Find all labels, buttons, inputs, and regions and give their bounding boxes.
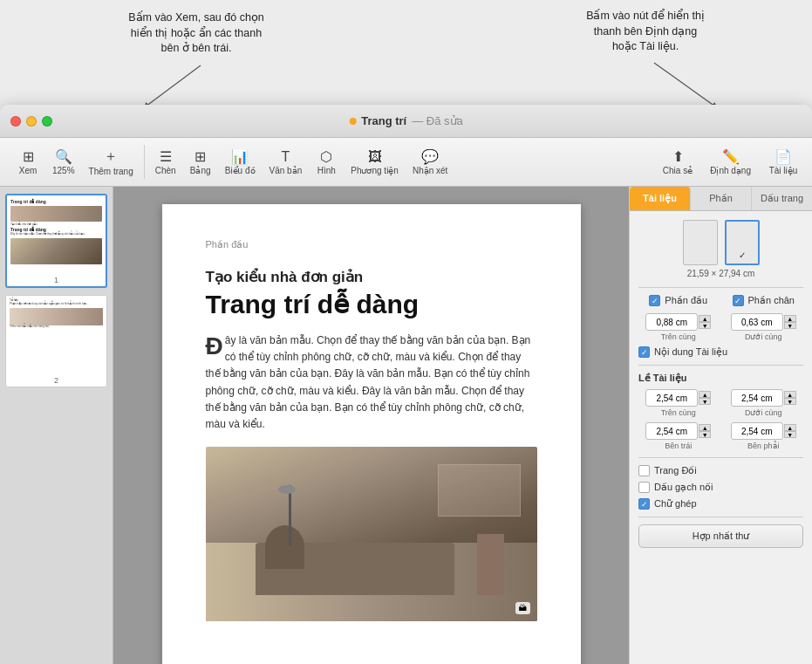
tab-phan[interactable]: Phần [691, 187, 752, 210]
chia-se-button[interactable]: ⬆ Chia sẻ [656, 145, 699, 179]
noi-dung-checkbox[interactable]: ✓ [638, 346, 650, 358]
tren-cung-down[interactable]: ▼ [699, 398, 711, 405]
tren-cung-stepper: ▲ ▼ [699, 391, 711, 405]
phan-dau-up[interactable]: ▲ [699, 315, 711, 322]
thumb-body-2: Phần mẫu với nội dung văn bản ngắn gọn v… [10, 303, 103, 306]
chen-icon: ☰ [160, 148, 172, 165]
close-button[interactable] [10, 116, 21, 127]
phan-dau-input-group: ▲ ▼ [645, 313, 711, 331]
ben-phai-input[interactable] [731, 422, 783, 440]
thumb-inner-1: Trang trí dễ dàng Tạo kiểu nhà đơn giản … [7, 195, 106, 274]
hop-nhat-thu-button[interactable]: Hợp nhất thư [638, 524, 803, 548]
image-overlay: 🏔 [515, 602, 530, 614]
ben-phai-down[interactable]: ▼ [784, 431, 796, 438]
phan-chan-checkbox[interactable]: ✓ [733, 295, 744, 306]
duoi-cung-group: ▲ ▼ Dưới cùng [724, 389, 804, 417]
tab-dau-trang[interactable]: Dấu trang [752, 187, 812, 210]
phan-chan-group: ✓ Phần chân ▲ ▼ Dưới cùng [724, 295, 804, 341]
ben-trai-input[interactable] [645, 422, 698, 440]
thumb-body-1: Đây là văn bản mẫu. Chọn để thay thế bằn… [10, 233, 102, 236]
phan-chan-down[interactable]: ▼ [784, 322, 796, 329]
van-ban-button[interactable]: T Văn bản [263, 146, 310, 179]
phuong-tien-icon: 🖼 [368, 149, 382, 165]
chen-label: Chèn [155, 166, 176, 175]
duoi-cung-input-group: ▲ ▼ [731, 389, 796, 407]
drop-cap: Đ [206, 334, 223, 359]
dinh-dang-icon: ✏️ [722, 148, 740, 165]
trang-doi-label: Trang Đối [654, 465, 697, 476]
divider-3 [638, 457, 803, 458]
ben-trai-down[interactable]: ▼ [699, 431, 711, 438]
duoi-cung-up[interactable]: ▲ [784, 391, 796, 398]
traffic-lights [10, 116, 52, 127]
nhan-xet-button[interactable]: 💬 Nhận xét [406, 145, 454, 179]
saved-status: — Đã sửa [412, 114, 463, 127]
left-callout: Bấm vào Xem, sau đó chọnhiển thị hoặc ẩn… [113, 10, 279, 57]
ben-trai-up[interactable]: ▲ [699, 424, 711, 431]
bang-label: Bảng [190, 166, 211, 175]
page-thumb-2[interactable]: Tổ hợp Phần mẫu với nội dung văn bản ngắ… [5, 295, 107, 387]
toolbar-group-insert: ☰ Chèn ⊞ Bảng 📊 Biểu đồ T Văn bản ⬡ Hình… [144, 145, 459, 179]
hinh-button[interactable]: ⬡ Hình [309, 145, 344, 179]
ben-phai-group: ▲ ▼ Bên phải [724, 422, 804, 450]
tab-tai-lieu[interactable]: Tài liệu [630, 187, 691, 210]
page-preview-landscape[interactable]: ✓ [725, 220, 760, 265]
page-preview-boxes: ✓ [683, 220, 760, 265]
phan-dau-down[interactable]: ▼ [699, 322, 711, 329]
phan-dau-label: Phần đầu [665, 295, 707, 306]
tai-lieu-button[interactable]: 📄 Tài liệu [761, 145, 805, 179]
minimize-button[interactable] [26, 116, 37, 127]
chu-ghep-checkbox[interactable]: ✓ [638, 498, 650, 510]
add-page-icon: ＋ [104, 147, 118, 166]
zoom-label: 125% [52, 166, 75, 175]
tai-lieu-label: Tài liệu [769, 166, 798, 175]
tren-cung-up[interactable]: ▲ [699, 391, 711, 398]
nhan-xet-label: Nhận xét [413, 166, 447, 175]
phan-dau-checkbox[interactable]: ✓ [649, 295, 660, 306]
page-preview-portrait[interactable] [683, 220, 718, 265]
duoi-cung-down[interactable]: ▼ [784, 398, 796, 405]
chu-ghep-row: ✓ Chữ ghép [638, 498, 803, 510]
ben-trai-group: ▲ ▼ Bên trái [638, 422, 719, 450]
page-thumb-1[interactable]: Trang trí dễ dàng Tạo kiểu nhà đơn giản … [5, 194, 107, 288]
divider-2 [638, 365, 803, 366]
ben-phai-input-group: ▲ ▼ [731, 422, 796, 440]
phan-chan-input[interactable] [731, 313, 783, 331]
ben-trai-label: Bên trái [665, 442, 692, 450]
chen-button[interactable]: ☰ Chèn [148, 145, 183, 179]
doc-body[interactable]: Đây là văn bản mẫu. Chọn để thay thế bằn… [206, 332, 537, 433]
noi-dung-label: Nội dung Tài liệu [654, 346, 727, 358]
page-num-1: 1 [7, 274, 106, 286]
bieu-do-button[interactable]: 📊 Biểu đồ [218, 145, 263, 179]
duoi-cung-label: Dưới cùng [745, 408, 782, 417]
phan-dau-input[interactable] [645, 313, 698, 331]
unsaved-dot [349, 118, 356, 125]
bang-button[interactable]: ⊞ Bảng [183, 145, 218, 179]
doc-heading-small[interactable]: Tạo kiểu nhà đơn giản [206, 268, 537, 286]
phan-chan-stepper: ▲ ▼ [784, 315, 796, 329]
zoom-button[interactable] [42, 116, 52, 127]
phan-chan-up[interactable]: ▲ [784, 315, 796, 322]
margin-top-bottom: ▲ ▼ Trên cùng ▲ ▼ [638, 389, 803, 417]
phan-chan-sublabel: Dưới cùng [745, 332, 782, 341]
view-icon: ⊞ [23, 148, 34, 165]
phan-chan-input-group: ▲ ▼ [731, 313, 796, 331]
tren-cung-label: Trên cùng [661, 408, 696, 417]
ben-trai-stepper: ▲ ▼ [699, 424, 711, 438]
dau-gach-noi-checkbox[interactable] [638, 482, 650, 493]
view-button[interactable]: ⊞ Xem [10, 145, 45, 179]
phuong-tien-button[interactable]: 🖼 Phương tiện [344, 146, 406, 179]
duoi-cung-stepper: ▲ ▼ [784, 391, 796, 405]
trang-doi-checkbox[interactable] [638, 465, 650, 476]
doc-heading-large[interactable]: Trang trí dễ dàng [206, 290, 537, 318]
duoi-cung-input[interactable] [731, 389, 783, 407]
bieu-do-icon: 📊 [231, 148, 249, 165]
add-page-button[interactable]: ＋ Thêm trang [82, 144, 140, 180]
ben-phai-stepper: ▲ ▼ [784, 424, 796, 438]
ben-phai-up[interactable]: ▲ [784, 424, 796, 431]
tren-cung-input[interactable] [645, 389, 698, 407]
dau-gach-noi-label: Dấu gạch nối [654, 482, 713, 493]
zoom-button[interactable]: 🔍 125% [45, 145, 82, 179]
dinh-dang-button[interactable]: ✏️ Định dạng [703, 145, 758, 179]
phan-dau-group: ✓ Phần đầu ▲ ▼ Trên cùng [638, 295, 719, 341]
